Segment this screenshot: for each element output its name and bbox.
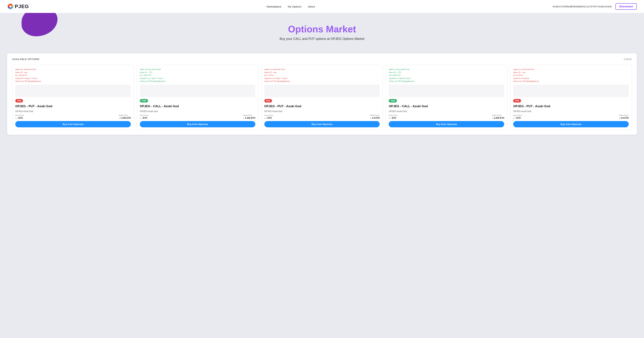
- buy-opensea-button[interactable]: Buy from Opensea: [389, 121, 504, 127]
- floor-price-group: Floor Price ⬥ - ETH: [140, 114, 148, 119]
- option-card-3: option to sell Azuki Godtoken ID - anyat…: [261, 65, 383, 130]
- floor-price-value: ⬥ - ETH: [264, 117, 273, 119]
- floor-price-value: ⬥ - ETH: [140, 117, 148, 119]
- type-badge: Put: [513, 99, 521, 103]
- type-badge: Put: [264, 99, 272, 103]
- floor-price-value: ⬥ - ETH: [513, 117, 522, 119]
- eth-icon-strike: ⬥: [619, 117, 620, 119]
- floor-price-group: Floor Price ⬥ - ETH: [264, 114, 273, 119]
- eth-icon-strike: ⬥: [492, 117, 494, 119]
- type-badge: Call: [140, 99, 148, 103]
- card-collection: OPJEG-Azuki God: [264, 110, 380, 113]
- strike-price-label: Strike Price: [619, 114, 629, 116]
- strike-price-value: ⬥ 0.0 ETH: [619, 117, 629, 119]
- floor-price-label: Floor Price: [264, 114, 273, 116]
- card-title: OPJEG - CALL - Azuki God: [140, 104, 255, 108]
- floor-price-group: Floor Price ⬥ - ETH: [15, 114, 24, 119]
- strike-price-group: Strike Price ⬥ 1.100 ETH: [118, 114, 131, 119]
- price-row: Floor Price ⬥ - ETH Strike Price ⬥ 1.320…: [140, 114, 255, 119]
- card-collection: OPJEG-Azuki God: [140, 110, 255, 113]
- floor-price-label: Floor Price: [15, 114, 24, 116]
- buy-opensea-button[interactable]: Buy from Opensea: [264, 121, 380, 127]
- floor-price-value: ⬥ - ETH: [389, 117, 397, 119]
- hero-section: Options Market Buy your CALL and PUT opt…: [0, 13, 644, 48]
- price-row: Floor Price ⬥ - ETH Strike Price ⬥ 0.0 E…: [513, 114, 629, 119]
- price-row: Floor Price ⬥ - ETH Strike Price ⬥ 1.0 E…: [264, 114, 380, 119]
- option-card-1: option to sell Azuki Godtoken ID - anyat…: [12, 65, 134, 130]
- card-title: OPJEG - PUT - Azuki God: [15, 104, 131, 108]
- nav-my-options[interactable]: My Options: [288, 5, 302, 8]
- buy-opensea-button[interactable]: Buy from Opensea: [15, 121, 131, 127]
- card-image: [264, 85, 380, 97]
- main-nav: Marketplace My Options About: [267, 5, 315, 8]
- option-card-5: option to sell Azuki Godtoken ID - anyat…: [510, 65, 632, 130]
- items-count: 5 items: [624, 58, 632, 60]
- panel-header: AVAILABLE OPTIONS 5 items: [12, 58, 632, 60]
- strike-price-label: Strike Price: [243, 114, 255, 116]
- option-card-4: option to buy Azuki Godtoken ID - 273at …: [386, 65, 507, 130]
- header-right: 0x6647a7858a0B3846AbD5511e7b797Fc0a0c63a…: [553, 3, 637, 10]
- card-description: option to buy Azuki Godtoken ID - 273at …: [140, 68, 255, 83]
- strike-price-value: ⬥ 1.100 ETH: [118, 117, 131, 119]
- panel-title: AVAILABLE OPTIONS: [12, 58, 40, 60]
- card-description: option to sell Azuki Godtoken ID - anyat…: [15, 68, 131, 83]
- card-title: OPJEG - PUT - Azuki God: [513, 104, 629, 108]
- nav-about[interactable]: About: [308, 5, 315, 8]
- floor-price-value: ⬥ - ETH: [15, 117, 24, 119]
- strike-price-group: Strike Price ⬥ 2.200 ETH: [492, 114, 504, 119]
- card-collection: OPJEG-Azuki God: [15, 110, 131, 113]
- strike-price-label: Strike Price: [118, 114, 131, 116]
- hero-subtitle: Buy your CALL and PUT options at OPJEG O…: [7, 37, 637, 41]
- floor-price-label: Floor Price: [513, 114, 522, 116]
- buy-opensea-button[interactable]: Buy from Opensea: [513, 121, 629, 127]
- price-row: Floor Price ⬥ - ETH Strike Price ⬥ 1.100…: [15, 114, 131, 119]
- logo-area: PJEG: [7, 3, 29, 10]
- eth-icon-strike: ⬥: [370, 117, 371, 119]
- header: PJEG Marketplace My Options About 0x6647…: [0, 0, 644, 13]
- floor-price-label: Floor Price: [140, 114, 148, 116]
- cards-grid: option to sell Azuki Godtoken ID - anyat…: [12, 65, 632, 130]
- eth-icon: ⬥: [513, 117, 514, 119]
- eth-icon: ⬥: [389, 117, 390, 119]
- hero-title: Options Market: [7, 24, 637, 34]
- hero-content: Options Market Buy your CALL and PUT opt…: [7, 24, 637, 41]
- card-image: [15, 85, 131, 97]
- eth-icon: ⬥: [15, 117, 16, 119]
- nav-marketplace[interactable]: Marketplace: [267, 5, 282, 8]
- card-description: option to sell Azuki Godtoken ID - anyat…: [264, 68, 380, 83]
- wallet-address: 0x6647a7858a0B3846AbD5511e7b797Fc0a0c63a…: [553, 5, 612, 8]
- type-badge: Call: [389, 99, 397, 103]
- strike-price-value: ⬥ 2.200 ETH: [492, 117, 504, 119]
- floor-price-group: Floor Price ⬥ - ETH: [389, 114, 397, 119]
- type-badge: Put: [15, 99, 23, 103]
- eth-icon: ⬥: [140, 117, 141, 119]
- eth-icon-strike: ⬥: [118, 117, 120, 119]
- logo-text: PJEG: [15, 3, 29, 9]
- strike-price-group: Strike Price ⬥ 0.0 ETH: [619, 114, 629, 119]
- card-title: OPJEG - PUT - Azuki God: [264, 104, 380, 108]
- strike-price-group: Strike Price ⬥ 1.320 ETH: [243, 114, 255, 119]
- card-collection: OPJEG-Azuki God: [389, 110, 504, 113]
- eth-icon-strike: ⬥: [243, 117, 244, 119]
- options-panel: AVAILABLE OPTIONS 5 items option to sell…: [7, 53, 637, 135]
- svg-point-1: [9, 5, 12, 7]
- card-image: [513, 85, 629, 97]
- card-image: [140, 85, 255, 97]
- disconnect-button[interactable]: Disconnect: [616, 3, 637, 10]
- option-card-2: option to buy Azuki Godtoken ID - 273at …: [137, 65, 258, 130]
- card-description: option to buy Azuki Godtoken ID - 273at …: [389, 68, 504, 83]
- card-collection: OPJEG-Azuki God: [513, 110, 629, 113]
- strike-price-group: Strike Price ⬥ 1.0 ETH: [370, 114, 380, 119]
- floor-price-group: Floor Price ⬥ - ETH: [513, 114, 522, 119]
- main-content: AVAILABLE OPTIONS 5 items option to sell…: [0, 48, 644, 145]
- buy-opensea-button[interactable]: Buy from Opensea: [140, 121, 255, 127]
- floor-price-label: Floor Price: [389, 114, 397, 116]
- card-description: option to sell Azuki Godtoken ID - anyat…: [513, 68, 629, 83]
- strike-price-value: ⬥ 1.320 ETH: [243, 117, 255, 119]
- strike-price-label: Strike Price: [492, 114, 504, 116]
- card-image: [389, 85, 504, 97]
- card-title: OPJEG - CALL - Azuki God: [389, 104, 504, 108]
- eth-icon: ⬥: [264, 117, 266, 119]
- price-row: Floor Price ⬥ - ETH Strike Price ⬥ 2.200…: [389, 114, 504, 119]
- strike-price-label: Strike Price: [370, 114, 380, 116]
